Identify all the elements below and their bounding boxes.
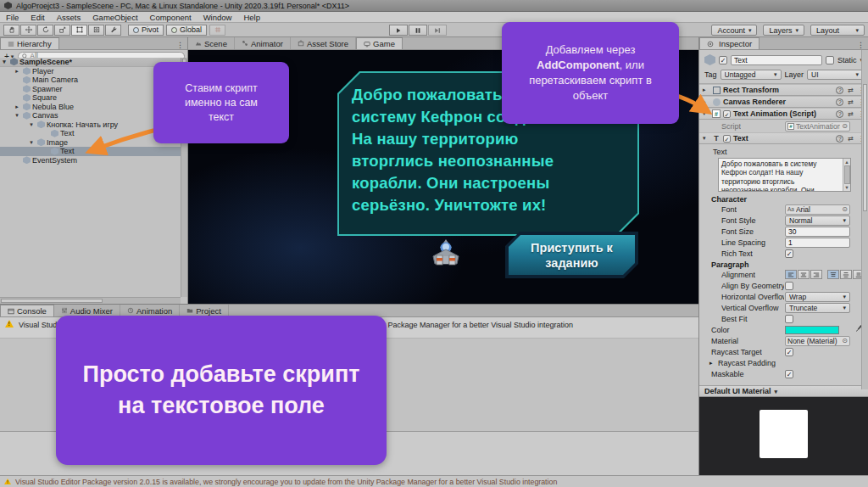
layout-dropdown[interactable]: Layout ▾	[810, 25, 865, 36]
align-middle-button[interactable]	[840, 270, 852, 279]
menu-item-file[interactable]: File	[0, 12, 25, 22]
scroll-up-icon[interactable]: ▲	[844, 160, 849, 165]
help-icon[interactable]: ?	[836, 135, 843, 143]
transform-tool-button[interactable]	[88, 25, 104, 36]
foldout-icon[interactable]: ▸	[709, 360, 718, 367]
menu-item-assets[interactable]: Assets	[51, 12, 87, 22]
tab-project[interactable]: Project	[180, 305, 229, 316]
font-object-field[interactable]: Aa Arial ⊙	[785, 204, 850, 215]
line-spacing-input[interactable]	[785, 238, 850, 248]
active-checkbox[interactable]: ✓	[719, 56, 727, 64]
gameobject-name-input[interactable]	[731, 55, 822, 65]
pause-button[interactable]	[409, 25, 427, 36]
tag-dropdown[interactable]: Untagged ▾	[721, 70, 782, 80]
hierarchy-item-image-text-selected[interactable]: ▸Text	[0, 147, 181, 156]
tab-hierarchy[interactable]: Hierarchy	[0, 37, 59, 49]
raycast-target-checkbox[interactable]: ✓	[785, 348, 793, 356]
menu-item-help[interactable]: Help	[237, 12, 266, 22]
custom-tool-button[interactable]	[105, 25, 121, 36]
material-preview-header[interactable]: Default UI Material ▾	[699, 385, 868, 397]
component-header-rect-transform[interactable]: ▸ Rect Transform ?⇄⋮	[699, 84, 868, 96]
component-header-text-animation[interactable]: ▾ # ✓ Text Animation (Script) ?⇄⋮	[699, 108, 868, 120]
help-icon[interactable]: ?	[836, 98, 843, 106]
menu-item-gameobject[interactable]: GameObject	[86, 12, 143, 22]
tab-scene[interactable]: Scene	[188, 37, 235, 49]
vertical-overflow-dropdown[interactable]: Truncate ▾	[785, 303, 850, 313]
global-toggle-button[interactable]: Global	[166, 25, 207, 36]
foldout-icon[interactable]: ▾	[27, 139, 36, 146]
component-enabled-checkbox[interactable]: ✓	[723, 110, 731, 118]
horizontal-overflow-dropdown[interactable]: Wrap ▾	[785, 292, 850, 302]
foldout-icon[interactable]: ▾	[13, 112, 21, 119]
presets-icon[interactable]: ⇄	[848, 135, 854, 143]
align-right-button[interactable]	[810, 270, 822, 279]
foldout-icon[interactable]: ▾	[703, 110, 709, 117]
foldout-icon[interactable]: ▾	[27, 121, 36, 128]
scale-tool-button[interactable]	[54, 25, 70, 36]
help-icon[interactable]: ?	[836, 87, 843, 94]
presets-icon[interactable]: ⇄	[848, 98, 854, 106]
align-center-button[interactable]	[798, 270, 810, 279]
foldout-icon[interactable]: ▸	[703, 98, 709, 105]
static-checkbox[interactable]	[826, 56, 834, 64]
font-size-input[interactable]	[785, 227, 850, 237]
align-left-button[interactable]	[785, 270, 797, 279]
tab-console[interactable]: Console	[0, 305, 54, 316]
account-dropdown[interactable]: Account ▾	[711, 25, 757, 36]
maskable-checkbox[interactable]: ✓	[785, 370, 793, 378]
foldout-icon[interactable]: ▸	[703, 87, 709, 93]
step-button[interactable]	[428, 25, 447, 36]
script-object-field[interactable]: # TextAnimation ⊙	[785, 121, 850, 132]
tab-audio-mixer[interactable]: Audio Mixer	[54, 305, 120, 316]
status-bar[interactable]: Visual Studio Editor Package version 2.0…	[0, 475, 868, 487]
rotate-tool-button[interactable]	[37, 25, 53, 36]
grid-snap-button[interactable]	[209, 25, 225, 36]
text-value-textarea[interactable]: Добро пожаловать в систему Кефрон солдат…	[718, 158, 851, 192]
tab-game[interactable]: Game	[356, 37, 403, 49]
component-header-text[interactable]: ▾ T ✓ Text ?⇄⋮	[699, 132, 868, 144]
font-style-dropdown[interactable]: Normal ▾	[785, 216, 850, 226]
panel-menu-icon[interactable]: ⋮	[857, 41, 865, 49]
inspector-scrollbar[interactable]	[861, 50, 868, 389]
tab-asset-store[interactable]: Asset Store	[291, 37, 356, 49]
tab-animator[interactable]: Animator	[235, 37, 291, 49]
foldout-icon[interactable]: ▸	[13, 104, 21, 110]
foldout-icon[interactable]: ▾	[703, 135, 709, 142]
tab-animation[interactable]: Animation	[120, 305, 180, 316]
align-top-button[interactable]	[827, 270, 839, 279]
presets-icon[interactable]: ⇄	[848, 110, 854, 118]
foldout-icon[interactable]: ▾	[0, 59, 8, 65]
textarea-scrollbar[interactable]: ▲▼	[843, 159, 850, 191]
component-enabled-checkbox[interactable]: ✓	[723, 135, 731, 143]
pivot-toggle-button[interactable]: Pivot	[128, 25, 164, 36]
layer-dropdown[interactable]: UI ▾	[807, 70, 863, 80]
best-fit-checkbox[interactable]	[785, 315, 793, 323]
warning-icon	[5, 320, 14, 327]
layers-dropdown[interactable]: Layers ▾	[763, 25, 804, 36]
material-object-field[interactable]: None (Material) ⊙	[785, 336, 850, 346]
raycast-padding-row[interactable]: ▸ Raycast Padding	[699, 357, 868, 368]
object-picker-icon[interactable]: ⊙	[842, 337, 848, 344]
tab-inspector[interactable]: Inspector	[699, 37, 760, 49]
object-picker-icon[interactable]: ⊙	[842, 205, 848, 213]
hierarchy-item-eventsystem[interactable]: ▸EventSystem	[0, 156, 181, 165]
scroll-down-icon[interactable]: ▼	[844, 185, 849, 190]
move-tool-button[interactable]	[20, 25, 36, 36]
menu-item-edit[interactable]: Edit	[25, 12, 50, 22]
hierarchy-horizontal-scrollbar[interactable]	[0, 297, 181, 304]
help-icon[interactable]: ?	[836, 110, 843, 118]
object-picker-icon[interactable]: ⊙	[842, 122, 848, 130]
rect-tool-button[interactable]	[71, 25, 87, 36]
menu-item-window[interactable]: Window	[198, 12, 238, 22]
hand-tool-button[interactable]	[3, 25, 19, 36]
mission-button[interactable]: Приступить к заданию	[505, 232, 638, 278]
panel-menu-icon[interactable]: ⋮	[176, 41, 184, 49]
play-button[interactable]	[389, 25, 408, 36]
align-by-geometry-checkbox[interactable]	[785, 282, 793, 290]
foldout-icon[interactable]: ▸	[13, 68, 21, 75]
presets-icon[interactable]: ⇄	[848, 87, 854, 94]
color-swatch[interactable]	[785, 326, 839, 334]
rich-text-checkbox[interactable]: ✓	[785, 249, 793, 258]
menu-item-component[interactable]: Component	[144, 12, 198, 22]
component-header-canvas-renderer[interactable]: ▸ Canvas Renderer ?⇄⋮	[699, 96, 868, 108]
